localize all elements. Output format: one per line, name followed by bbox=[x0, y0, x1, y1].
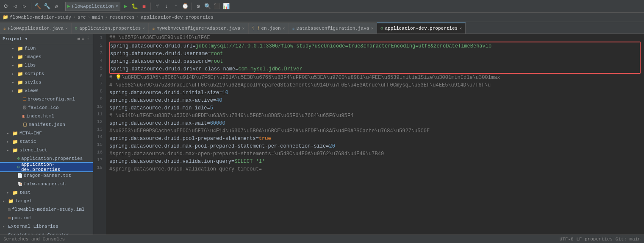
toolbar-icon-git[interactable]: ⑂ bbox=[153, 2, 161, 11]
toolbar-icon-history[interactable]: ⌚ bbox=[181, 2, 189, 11]
code-text: spring.datasource.druid.max-wait= bbox=[109, 120, 210, 127]
toolbar-icon-forward[interactable]: ▷ bbox=[20, 2, 29, 11]
code-area[interactable]: ## \u6570\u636E\u6E90\u914D\u7F6E spring… bbox=[106, 34, 644, 243]
tab-en-json[interactable]: { } en.json ✕ bbox=[249, 22, 289, 34]
tab-close-icon[interactable]: ✕ bbox=[371, 26, 373, 31]
sidebar-item-label: External Libraries bbox=[8, 224, 58, 229]
toolbar-icon-structure[interactable]: 📊 bbox=[222, 2, 230, 11]
toolbar-debug-button[interactable]: 🐛 bbox=[130, 2, 139, 11]
sidebar-item-pom[interactable]: m pom.xml bbox=[0, 214, 93, 222]
props-icon: ⚙ bbox=[380, 26, 383, 31]
breadcrumb-resources[interactable]: resources bbox=[109, 15, 134, 20]
tab-close-icon[interactable]: ✕ bbox=[459, 26, 462, 31]
expand-arrow-icon: ▸ bbox=[12, 89, 16, 93]
toolbar-run-button[interactable]: ▶ bbox=[121, 2, 130, 11]
sidebar-item-scripts[interactable]: ▸ 📁 scripts bbox=[0, 70, 93, 78]
expand-arrow-icon: ▸ bbox=[12, 55, 16, 59]
sidebar-item-views[interactable]: ▸ 📁 views bbox=[0, 87, 93, 95]
sidebar-item-label: images bbox=[25, 54, 42, 59]
toolbar-icon-commit[interactable]: ↑ bbox=[172, 2, 180, 11]
line-num-17: 17 bbox=[97, 156, 103, 164]
sidebar-item-dragon-banner[interactable]: 📄 dragon-banner.txt bbox=[0, 171, 93, 180]
sidebar-action-expand[interactable]: ⋮ bbox=[86, 36, 90, 42]
sidebar-item-browserconfig[interactable]: ☰ browserconfig.xml bbox=[0, 95, 93, 103]
folder-icon: 📁 bbox=[17, 54, 23, 60]
sidebar-item-libs[interactable]: ▸ 📁 libs bbox=[0, 61, 93, 70]
sidebar-item-external-libraries[interactable]: ▸ External Libraries bbox=[0, 222, 93, 231]
tab-close-icon[interactable]: ✕ bbox=[283, 26, 285, 31]
sidebar-item-iml[interactable]: m flowable-modeler-study.iml bbox=[0, 205, 93, 214]
editor-content[interactable]: 1 2 3 4 5 6 7 8 9 10 11 12 13 14 15 16 1… bbox=[93, 34, 644, 243]
toolbar-icon-terminal[interactable]: ⬛ bbox=[213, 2, 221, 11]
tab-label: application.properties bbox=[79, 26, 141, 31]
code-text: #spring.datasource.druid.max-open-prepar… bbox=[109, 150, 384, 158]
toolbar-icon-refresh[interactable]: ⟳ bbox=[2, 2, 10, 11]
sidebar-item-label: pom.xml bbox=[12, 215, 31, 221]
sidebar-item-index[interactable]: ◧ index.html bbox=[0, 112, 93, 120]
sidebar-item-favicon[interactable]: 🖼 favicon.ico bbox=[0, 103, 93, 112]
code-line-10: spring.datasource.druid.min-idle=5 bbox=[109, 104, 641, 112]
tab-application-props[interactable]: ⚙ application.properties ✕ bbox=[72, 22, 149, 34]
sidebar-header: Project ▾ ⇄ ⚙ ⋮ bbox=[0, 34, 93, 44]
sidebar-item-label: f18n bbox=[25, 46, 36, 51]
sidebar-item-app-dev-props[interactable]: ⚙ application-dev.properties bbox=[0, 163, 93, 171]
tab-label: FlowApplication.java bbox=[8, 26, 64, 31]
expand-arrow-icon: ▸ bbox=[12, 63, 16, 68]
sidebar-item-f18n[interactable]: ▸ 📁 f18n bbox=[0, 44, 93, 53]
code-value: root bbox=[211, 50, 223, 58]
sidebar-item-label: static bbox=[19, 139, 36, 144]
code-text: # \u914D\u7F6E\u83B7\u53D6\u8FDE\u63A5\u… bbox=[109, 112, 353, 120]
line-num-15: 15 bbox=[97, 141, 103, 148]
sidebar-item-folw-manager[interactable]: 🐚 folw-manager.sh bbox=[0, 180, 93, 188]
breadcrumb-project[interactable]: 📁 flowable-modeler-study bbox=[3, 14, 71, 20]
props-icon: ⚙ bbox=[17, 165, 20, 170]
tab-close-icon[interactable]: ✕ bbox=[242, 26, 244, 31]
sidebar-item-images[interactable]: ▸ 📁 images bbox=[0, 53, 93, 61]
breadcrumb-src[interactable]: src bbox=[78, 15, 86, 20]
code-line-8: spring.datasource.druid.initial-size=10 bbox=[109, 89, 641, 97]
tab-app-dev-props[interactable]: ⚙ application-dev.properties ✕ bbox=[377, 22, 466, 34]
code-text: ## \u6570\u636E\u6E90\u914D\u7F6E bbox=[109, 34, 210, 42]
tab-flow-application[interactable]: ☕ FlowApplication.java ✕ bbox=[0, 22, 72, 34]
run-config-dropdown[interactable]: ▶ FlowApplication ▾ bbox=[65, 2, 120, 11]
sidebar-item-target[interactable]: ▸ 📁 target bbox=[0, 197, 93, 205]
toolbar-stop-button[interactable]: ◼ bbox=[140, 2, 148, 11]
code-text: spring.datasource.druid. bbox=[110, 42, 183, 50]
sidebar-item-stencilset[interactable]: ▸ 📁 stencilset bbox=[0, 146, 93, 154]
toolbar-sep-4 bbox=[192, 3, 192, 10]
toolbar-icon-reload[interactable]: ↺ bbox=[52, 2, 61, 11]
line-num-10: 10 bbox=[97, 103, 103, 110]
sidebar-item-app-props[interactable]: ⚙ application.properties bbox=[0, 154, 93, 163]
sidebar-item-styles[interactable]: ▸ 📁 styles bbox=[0, 78, 93, 87]
sidebar-item-manifest[interactable]: {} manifest.json bbox=[0, 120, 93, 129]
toolbar-icon-update[interactable]: ↓ bbox=[162, 2, 171, 11]
code-line-13: #\u6253\u5F00PSCache\uFF0C\u5E76\u4E14\u… bbox=[109, 127, 641, 135]
sidebar-action-cog[interactable]: ⚙ bbox=[81, 36, 84, 42]
toolbar-icon-compile[interactable]: 🔧 bbox=[43, 2, 51, 11]
toolbar-icon-back[interactable]: ◁ bbox=[11, 2, 19, 11]
toolbar-icon-settings[interactable]: ⚙ bbox=[194, 2, 203, 11]
run-config-icon: ▶ bbox=[67, 3, 70, 9]
tab-db-config[interactable]: ☕ DatabaseConfiguration.java ✕ bbox=[289, 22, 378, 34]
tab-close-icon[interactable]: ✕ bbox=[65, 26, 68, 31]
sidebar-item-label: favicon.ico bbox=[28, 105, 59, 110]
sidebar-item-label: libs bbox=[25, 63, 36, 68]
breadcrumb-sep-3: › bbox=[105, 15, 108, 20]
code-line-7: # \u5982\u679C\u75280racle\uFF0C\u5219\u… bbox=[109, 81, 641, 89]
toolbar-icon-build[interactable]: 🔨 bbox=[33, 2, 42, 11]
toolbar-icon-search[interactable]: 🔍 bbox=[203, 2, 212, 11]
sidebar-item-test[interactable]: ▸ 📁 test bbox=[0, 188, 93, 197]
sidebar-panel: Project ▾ ⇄ ⚙ ⋮ ▸ 📁 f18n ▸ 📁 images ▸ 📁 … bbox=[0, 34, 93, 243]
sidebar-item-static[interactable]: ▸ 📁 static bbox=[0, 137, 93, 146]
iml-icon: m bbox=[8, 207, 11, 212]
tab-mvc-adapter[interactable]: ☕ MyWebMvcConfigurerAdapter.java ✕ bbox=[149, 22, 248, 34]
sidebar-item-label: application.properties bbox=[21, 156, 83, 161]
breadcrumb-main[interactable]: main bbox=[92, 15, 103, 20]
sidebar-action-sync[interactable]: ⇄ bbox=[78, 36, 80, 42]
tab-close-icon[interactable]: ✕ bbox=[142, 26, 145, 31]
folder-icon: 📁 bbox=[12, 148, 18, 153]
breadcrumb-file[interactable]: application-dev.properties bbox=[141, 15, 214, 20]
sidebar-item-meta-inf[interactable]: ▸ 📁 META-INF bbox=[0, 129, 93, 137]
status-bar-right: UTF-8 LF properties Git: main bbox=[560, 237, 641, 242]
config-icon: ☕ bbox=[292, 26, 295, 31]
